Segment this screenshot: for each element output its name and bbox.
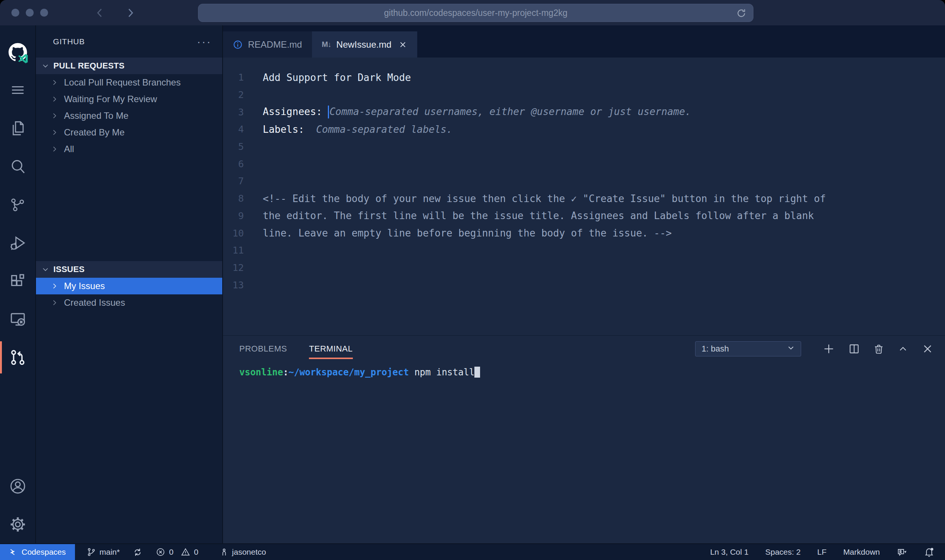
section-issues: ISSUESMy IssuesCreated Issues [36, 261, 222, 311]
tab-terminal[interactable]: TERMINAL [309, 336, 352, 362]
status-codespaces[interactable]: Codespaces [0, 544, 75, 560]
split-terminal-icon[interactable] [848, 343, 860, 355]
warning-count: 0 [194, 548, 198, 557]
section-header[interactable]: PULL REQUESTS [36, 58, 222, 74]
activity-account-icon[interactable] [0, 467, 35, 505]
activity-debug-icon[interactable] [0, 224, 35, 262]
github-sidebar: GITHUB ··· PULL REQUESTSLocal Pull Reque… [36, 25, 223, 543]
code-line: 9the editor. The first line will be the … [223, 207, 945, 225]
terminal-cursor [474, 367, 480, 378]
line-content: Labels: Comma-separated labels. [244, 124, 452, 135]
window-minimize-button[interactable] [26, 9, 34, 17]
line-number: 3 [223, 107, 244, 118]
tree-item-waiting-for-my-review[interactable]: Waiting For My Review [36, 91, 222, 107]
activity-source-control-icon[interactable] [0, 185, 35, 224]
chevron-right-icon [50, 145, 59, 153]
activity-remote-explorer-icon[interactable] [0, 300, 35, 338]
terminal-user: vsonline [239, 367, 283, 378]
section-header[interactable]: ISSUES [36, 261, 222, 278]
info-icon [233, 40, 243, 50]
code-line: 2 [223, 86, 945, 104]
status-line-col[interactable]: Ln 3, Col 1 [710, 544, 749, 560]
search-icon [9, 157, 27, 176]
window-controls[interactable] [11, 9, 48, 17]
status-eol[interactable]: LF [817, 544, 827, 560]
tree-item-all[interactable]: All [36, 141, 222, 157]
close-panel-icon[interactable] [922, 343, 934, 355]
activity-extensions-icon[interactable] [0, 262, 35, 300]
source-control-icon [9, 196, 27, 213]
window-close-button[interactable] [11, 9, 19, 17]
tree-item-created-by-me[interactable]: Created By Me [36, 124, 222, 141]
line-number: 11 [223, 245, 244, 256]
tree-item-my-issues[interactable]: My Issues [36, 278, 222, 294]
terminal-output[interactable]: vsonline:~/workspace/my_project npm inst… [223, 362, 945, 543]
account-icon [8, 477, 27, 496]
sidebar-title: GITHUB [53, 37, 197, 46]
close-icon[interactable] [398, 40, 407, 49]
explorer-icon [9, 119, 27, 137]
more-actions-icon[interactable]: ··· [197, 40, 212, 44]
chevron-down-icon [786, 343, 795, 355]
chevron-down-icon [41, 265, 50, 274]
tab-newissue[interactable]: M↓ NewIssue.md [312, 31, 417, 58]
tree-item-assigned-to-me[interactable]: Assigned To Me [36, 107, 222, 124]
code-line: 12 [223, 259, 945, 277]
browser-forward-icon[interactable] [124, 6, 137, 19]
line-content: Assignees: Comma-separated usernames, ei… [244, 106, 691, 118]
code-line: 8<!-- Edit the body of your new issue th… [223, 190, 945, 207]
code-line: 11 [223, 242, 945, 259]
status-sync[interactable] [133, 544, 143, 560]
code-line: 4Labels: Comma-separated labels. [223, 121, 945, 138]
reload-icon[interactable] [736, 8, 747, 20]
terminal-path: ~/workspace/my_project [288, 367, 409, 378]
activity-menu-icon[interactable] [0, 71, 35, 109]
new-terminal-icon[interactable] [822, 342, 835, 355]
line-content: <!-- Edit the body of your new issue the… [244, 193, 826, 204]
feedback-icon[interactable] [897, 544, 907, 560]
tab-readme[interactable]: README.md [223, 31, 312, 58]
kill-terminal-icon[interactable] [873, 343, 884, 355]
settings-gear-icon [9, 515, 27, 534]
line-number: 1 [223, 72, 244, 83]
activity-settings-gear-icon[interactable] [0, 505, 35, 543]
tree-item-created-issues[interactable]: Created Issues [36, 294, 222, 311]
browser-chrome: github.com/codespaces/user-my-project-mg… [0, 0, 945, 25]
tab-problems[interactable]: PROBLEMS [239, 336, 287, 362]
line-content: Add Support for Dark Mode [244, 72, 411, 83]
activity-search-icon[interactable] [0, 147, 35, 185]
address-bar[interactable]: github.com/codespaces/user-my-project-mg… [198, 4, 753, 22]
shell-select-value: 1: bash [702, 344, 783, 354]
maximize-panel-icon[interactable] [897, 343, 909, 355]
status-indentation[interactable]: Spaces: 2 [765, 544, 800, 560]
remote-explorer-icon [9, 310, 27, 328]
line-number: 6 [223, 159, 244, 170]
code-line: 7 [223, 173, 945, 190]
window-zoom-button[interactable] [40, 9, 48, 17]
code-line: 10line. Leave an empty line before begin… [223, 224, 945, 242]
status-language[interactable]: Markdown [843, 544, 880, 560]
sync-icon [133, 547, 143, 557]
line-number: 4 [223, 124, 244, 135]
line-number: 7 [223, 176, 244, 187]
code-line: 3Assignees: Comma-separated usernames, e… [223, 103, 945, 121]
chevron-right-icon [50, 78, 59, 87]
url-text: github.com/codespaces/user-my-project-mg… [384, 8, 567, 18]
chevron-right-icon [50, 112, 59, 120]
warning-icon [181, 547, 190, 557]
notifications-bell-icon[interactable] [924, 544, 934, 560]
terminal-shell-select[interactable]: 1: bash [695, 341, 801, 356]
browser-back-icon[interactable] [94, 6, 106, 19]
activity-github-pull-request-icon[interactable] [0, 338, 35, 376]
status-user[interactable]: jasonetco [220, 544, 266, 560]
menu-icon [9, 81, 27, 99]
tree-item-local-pull-request-branches[interactable]: Local Pull Request Branches [36, 74, 222, 91]
editor-column: README.md M↓ NewIssue.md 1Add Support fo… [223, 25, 945, 543]
status-branch[interactable]: main* [86, 544, 120, 560]
code-editor[interactable]: 1Add Support for Dark Mode23Assignees: C… [223, 58, 945, 335]
github-vscode-logo-icon [0, 25, 35, 71]
chevron-right-icon [50, 128, 59, 137]
section-pull-requests: PULL REQUESTSLocal Pull Request Branches… [36, 58, 222, 157]
activity-explorer-icon[interactable] [0, 109, 35, 147]
status-problems[interactable]: 0 0 [156, 544, 198, 560]
